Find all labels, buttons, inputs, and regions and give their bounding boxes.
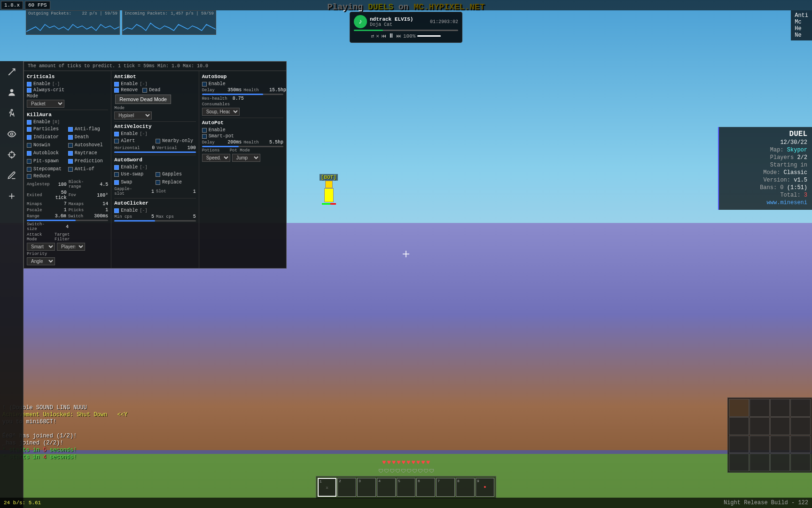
antivelocity-enable-cb[interactable] xyxy=(114,132,119,136)
sidebar-icon-crosshair[interactable] xyxy=(3,146,20,163)
as-swap-row[interactable]: Swap xyxy=(114,180,155,185)
criticals-always-cb[interactable] xyxy=(27,88,31,93)
killaura-particles-cb[interactable] xyxy=(27,127,31,132)
autopot-potions-dropdown[interactable]: Speed, Healt xyxy=(202,154,230,162)
killaura-noswin-cb[interactable] xyxy=(27,143,31,148)
hotbar-slot-9[interactable]: 9 ● xyxy=(476,478,494,497)
killaura-raytrace-row[interactable]: Raytrace xyxy=(68,151,109,156)
sidebar-icon-pencil[interactable] xyxy=(3,167,20,184)
antibot-mode-dropdown[interactable]: Hypixel xyxy=(114,111,152,119)
remove-dead-mode-button[interactable]: Remove Dead Mode xyxy=(115,95,171,104)
ka-range-slider[interactable] xyxy=(27,220,108,221)
as-useswap-row[interactable]: Use-swap xyxy=(114,172,155,177)
autosoup-consumables-dropdown[interactable]: Soup, Heads xyxy=(202,108,240,116)
spotify-volume-bar[interactable] xyxy=(417,35,441,37)
autosword-enable-row[interactable]: Enable [-] xyxy=(114,165,195,170)
autosoup-enable-cb[interactable] xyxy=(202,82,207,87)
killaura-autoblock-row[interactable]: Autoblock xyxy=(27,151,67,156)
duels-link[interactable]: www.mineseni xyxy=(724,199,807,206)
antibot-remove-row[interactable]: Remove Dead xyxy=(114,87,195,93)
as-gapples-cb[interactable] xyxy=(156,172,160,177)
spotify-play-btn[interactable]: ⏸ xyxy=(388,32,394,40)
antivelocity-enable-row[interactable]: Enable [-] xyxy=(114,131,195,136)
criticals-mode-dropdown[interactable]: Packet xyxy=(27,100,64,108)
autosoup-slider[interactable] xyxy=(202,94,283,95)
as-gapples-row[interactable]: Gapples xyxy=(156,172,196,177)
hotbar-slot-1[interactable]: 1 ⚔ xyxy=(318,478,336,497)
killaura-autoshovel-row[interactable]: Autoshovel xyxy=(68,143,109,148)
killaura-autoblock-cb[interactable] xyxy=(27,151,31,156)
killaura-antiof-row[interactable]: Anti-of xyxy=(68,167,109,172)
ka-priority-dropdown[interactable]: Angle xyxy=(27,257,55,265)
av-alert-row[interactable]: Alert xyxy=(114,138,155,143)
av-nearby-cb[interactable] xyxy=(156,139,160,143)
spotify-next-btn[interactable]: ⏭ xyxy=(396,33,401,39)
spotify-progress-bar[interactable] xyxy=(354,30,458,31)
hotbar-slot-6[interactable]: 6 xyxy=(416,478,435,497)
autopot-smartpot-row[interactable]: Smart-pot xyxy=(202,134,283,139)
av-alert-cb[interactable] xyxy=(114,139,119,143)
killaura-death-row[interactable]: Death xyxy=(68,135,109,140)
hotbar-slot-8[interactable]: 8 xyxy=(456,478,475,497)
killaura-reduce-row[interactable]: Reduce xyxy=(27,174,108,179)
ac-slider[interactable] xyxy=(114,220,195,222)
killaura-enable-row[interactable]: Enable [R] xyxy=(27,119,108,125)
spotify-close-btn[interactable]: ✕ xyxy=(376,33,379,39)
killaura-stepcompat-cb[interactable] xyxy=(27,167,31,172)
as-replace-row[interactable]: Replace xyxy=(156,180,196,185)
killaura-autoshovel-cb[interactable] xyxy=(68,143,73,148)
criticals-enable-row[interactable]: Enable [-] xyxy=(27,81,108,87)
killaura-stepcompat-row[interactable]: Stepcompat xyxy=(27,167,67,172)
hotbar-slot-4[interactable]: 4 xyxy=(377,478,396,497)
as-useswap-cb[interactable] xyxy=(114,172,119,177)
autopot-potmode-dropdown[interactable]: Jump xyxy=(232,154,260,162)
antibot-remove-cb[interactable] xyxy=(114,88,119,93)
killaura-antiflag-row[interactable]: Anti-flag xyxy=(68,127,109,132)
ka-targetfilter-dropdown[interactable]: Players xyxy=(57,243,85,251)
killaura-indicator-row[interactable]: Indicator xyxy=(27,135,67,140)
antibot-dead-cb[interactable] xyxy=(142,88,147,93)
sidebar-icon-sword[interactable] xyxy=(3,64,20,80)
autoclicker-enable-cb[interactable] xyxy=(114,208,119,213)
spotify-shuffle-btn[interactable]: ⇄ xyxy=(371,33,375,39)
sidebar-icon-person[interactable] xyxy=(3,84,20,101)
autopot-slider[interactable] xyxy=(202,146,283,147)
autoclicker-enable-row[interactable]: Enable [-] xyxy=(114,208,195,213)
av-nearby-row[interactable]: Nearby-only xyxy=(156,138,196,143)
killaura-antiflag-cb[interactable] xyxy=(68,127,73,132)
killaura-noswin-row[interactable]: Noswin xyxy=(27,143,67,148)
hotbar-slot-2[interactable]: 2 xyxy=(337,478,356,497)
killaura-enable-cb[interactable] xyxy=(27,120,31,125)
killaura-prediction-row[interactable]: Prediction xyxy=(68,159,109,164)
killaura-antiof-cb[interactable] xyxy=(68,167,73,172)
killaura-prediction-cb[interactable] xyxy=(68,159,73,164)
ka-attackmode-dropdown[interactable]: Smart xyxy=(27,243,55,251)
killaura-pitspawn-row[interactable]: Pit-spawn xyxy=(27,159,67,164)
spotify-prev-btn[interactable]: ⏮ xyxy=(381,33,386,39)
killaura-death-cb[interactable] xyxy=(68,135,73,140)
sidebar-icon-plus[interactable] xyxy=(3,188,20,205)
hotbar-slot-5[interactable]: 5 xyxy=(397,478,415,497)
as-swap-cb[interactable] xyxy=(114,180,119,185)
killaura-raytrace-cb[interactable] xyxy=(68,151,73,156)
av-slider[interactable] xyxy=(114,151,195,153)
antibot-enable-row[interactable]: Enable [-] xyxy=(114,81,195,87)
criticals-enable-cb[interactable] xyxy=(27,82,31,87)
autosword-enable-cb[interactable] xyxy=(114,165,119,170)
autopot-enable-cb[interactable] xyxy=(202,128,207,133)
antibot-enable-cb[interactable] xyxy=(114,82,119,87)
criticals-always-row[interactable]: Always-crit xyxy=(27,87,108,93)
autopot-enable-row[interactable]: Enable xyxy=(202,127,283,133)
hotbar-slot-3[interactable]: 3 xyxy=(357,478,376,497)
killaura-pitspawn-cb[interactable] xyxy=(27,159,31,164)
autopot-smartpot-cb[interactable] xyxy=(202,134,207,139)
killaura-indicator-cb[interactable] xyxy=(27,135,31,140)
as-replace-cb[interactable] xyxy=(156,180,160,185)
sidebar-icon-run[interactable] xyxy=(3,105,20,122)
killaura-particles-row[interactable]: Particles xyxy=(27,127,67,132)
sidebar-icon-eye[interactable] xyxy=(3,126,20,143)
autosoup-enable-row[interactable]: Enable xyxy=(202,81,283,87)
killaura-reduce-cb[interactable] xyxy=(27,174,31,179)
hotbar-slot-7[interactable]: 7 xyxy=(436,478,455,497)
spotify-widget[interactable]: ♪ ndtrack ELVIS) Doja Cat 01:29 03:02 ⇄ … xyxy=(350,12,462,43)
